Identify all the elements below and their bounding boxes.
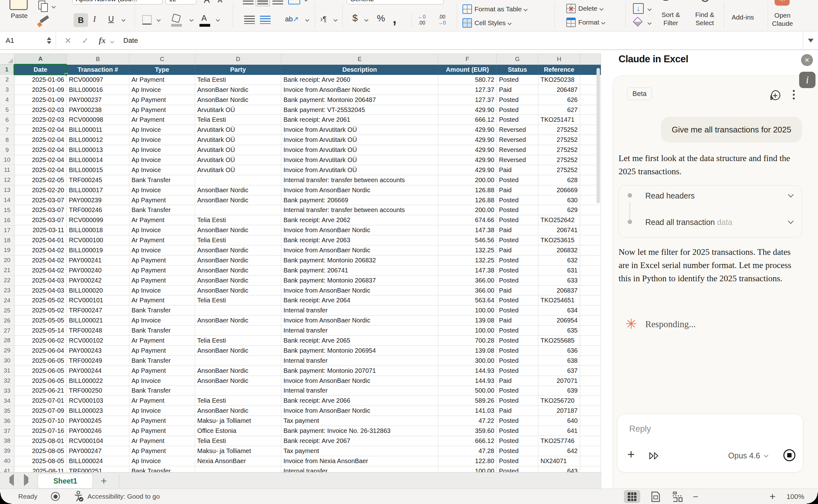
cell[interactable]: Ar Payment: [129, 215, 195, 225]
paste-button[interactable]: Paste: [8, 12, 30, 20]
cell[interactable]: 200.00: [438, 175, 497, 185]
row-header-22[interactable]: 22: [0, 276, 14, 286]
cell[interactable]: 366.00: [438, 286, 497, 296]
cell[interactable]: Bank Transfer: [129, 356, 195, 366]
cell[interactable]: Paid: [497, 286, 538, 296]
cell[interactable]: Invoice from AnsonBaer Nordic: [281, 245, 438, 255]
cell[interactable]: 275252: [538, 145, 580, 155]
cell[interactable]: Arvutitark OÜ: [195, 155, 281, 165]
cell[interactable]: Telia Eesti: [195, 215, 281, 225]
cell-empty[interactable]: [580, 266, 601, 276]
font-name-select[interactable]: Aptos Narrow (Bod...: [72, 0, 162, 4]
cell-empty[interactable]: [580, 376, 601, 386]
row-header-28[interactable]: 28: [0, 336, 14, 346]
cell[interactable]: 563.64: [438, 295, 497, 305]
cell-empty[interactable]: [580, 336, 601, 346]
cell[interactable]: Bank payment: VT-25532045: [281, 105, 438, 115]
row-header-7[interactable]: 7: [0, 125, 14, 135]
cell[interactable]: 626: [538, 95, 580, 105]
cell[interactable]: BILL000015: [67, 165, 129, 175]
cell[interactable]: NX24071: [538, 456, 580, 466]
column-header-D[interactable]: D: [195, 53, 281, 65]
currency-chevron[interactable]: [364, 18, 368, 22]
cell[interactable]: 638: [538, 356, 580, 366]
cell[interactable]: Invoice from AnsonBaer Nordic: [281, 316, 438, 326]
cell[interactable]: 2025-02-04: [14, 135, 67, 145]
cell-empty[interactable]: [580, 286, 601, 296]
cell[interactable]: Ap Payment: [129, 446, 195, 456]
row-header-33[interactable]: 33: [0, 386, 14, 396]
row-header-16[interactable]: 16: [0, 215, 14, 225]
cell[interactable]: Invoice from Arvutitark OÜ: [281, 155, 438, 165]
cell[interactable]: 636: [538, 346, 580, 356]
cell[interactable]: [195, 326, 281, 336]
cell[interactable]: 2025-04-02: [14, 245, 67, 255]
cell[interactable]: Invoice from AnsonBaer Nordic: [281, 225, 438, 235]
cell[interactable]: Posted: [497, 326, 538, 336]
currency-format-button[interactable]: $: [352, 13, 358, 23]
number-format-select[interactable]: General: [347, 0, 444, 4]
cell[interactable]: 2025-02-20: [14, 185, 67, 195]
cell[interactable]: Posted: [497, 205, 538, 215]
step-2-chevron-icon[interactable]: [788, 218, 793, 224]
cell[interactable]: Arvutitark OÜ: [195, 165, 281, 175]
cell-empty[interactable]: [580, 386, 601, 396]
borders-chevron[interactable]: [157, 18, 161, 22]
column-header-A[interactable]: A: [14, 53, 67, 65]
cell[interactable]: AnsonBaer Nordic: [195, 245, 281, 255]
cell[interactable]: Ap Invoice: [129, 155, 195, 165]
add-sheet-button[interactable]: +: [97, 473, 111, 489]
cell[interactable]: Bank payment: 206669: [281, 195, 438, 205]
cell[interactable]: Maksu- ja Tolliamet: [195, 446, 281, 456]
cell[interactable]: Invoice from Arvutitark OÜ: [281, 165, 438, 175]
cell[interactable]: RCV000097: [67, 75, 129, 85]
row-header-27[interactable]: 27: [0, 326, 14, 336]
row-header-24[interactable]: 24: [0, 295, 14, 305]
italic-button[interactable]: I: [93, 14, 96, 24]
sort-filter-button[interactable]: Sort &Filter: [658, 11, 684, 27]
vertical-scrollbar[interactable]: [597, 68, 600, 203]
decrease-decimal-button[interactable]: .00→0: [438, 14, 446, 26]
font-size-select[interactable]: 12: [165, 0, 196, 4]
cell[interactable]: BILL000020: [67, 286, 129, 296]
decrease-indent-icon[interactable]: [244, 16, 255, 24]
cell[interactable]: Internal transfer: [281, 356, 438, 366]
merge-center-icon[interactable]: [288, 0, 300, 4]
cell[interactable]: Ap Invoice: [129, 316, 195, 326]
cell-empty[interactable]: [580, 406, 601, 416]
cell[interactable]: Office Estonia: [195, 426, 281, 436]
row-header-12[interactable]: 12: [0, 175, 14, 185]
cell[interactable]: 429.90: [438, 145, 497, 155]
cell-empty[interactable]: [580, 426, 601, 436]
cell-empty[interactable]: [580, 305, 601, 316]
cell[interactable]: 628: [538, 175, 580, 185]
cell[interactable]: Ap Payment: [129, 255, 195, 266]
cell-empty[interactable]: [580, 456, 601, 466]
cell-empty[interactable]: [580, 346, 601, 356]
add-ins-button[interactable]: Add-ins: [729, 13, 757, 21]
cell[interactable]: Tax payment: [281, 446, 438, 456]
cell[interactable]: Bank payment: Montonio 207071: [281, 366, 438, 376]
cell[interactable]: Arvutitark OÜ: [195, 105, 281, 115]
cell[interactable]: 2025-05-05: [14, 316, 67, 326]
clear-chevron[interactable]: [647, 21, 652, 25]
cell[interactable]: [195, 175, 281, 185]
cell-empty[interactable]: [580, 446, 601, 456]
cell[interactable]: 275252: [538, 135, 580, 145]
cell[interactable]: Ap Payment: [129, 266, 195, 276]
cell[interactable]: 2025-02-04: [14, 125, 67, 135]
cell[interactable]: AnsonBaer Nordic: [195, 366, 281, 376]
select-all-corner[interactable]: [0, 53, 14, 65]
cell[interactable]: BILL000023: [67, 406, 129, 416]
cell[interactable]: Bank payment: 206741: [281, 266, 438, 276]
cell[interactable]: Arvutitark OÜ: [195, 125, 281, 135]
cell-empty[interactable]: [580, 255, 601, 266]
cell[interactable]: 47.22: [438, 416, 497, 426]
cell[interactable]: 206669: [538, 185, 580, 195]
cell[interactable]: Bank receipt: Arve 2061: [281, 115, 438, 125]
cell[interactable]: Ap Payment: [129, 366, 195, 376]
model-selector[interactable]: Opus 4.6: [728, 451, 768, 460]
cell[interactable]: Ap Payment: [129, 195, 195, 205]
borders-button[interactable]: [142, 15, 152, 25]
cell[interactable]: Posted: [497, 215, 538, 225]
